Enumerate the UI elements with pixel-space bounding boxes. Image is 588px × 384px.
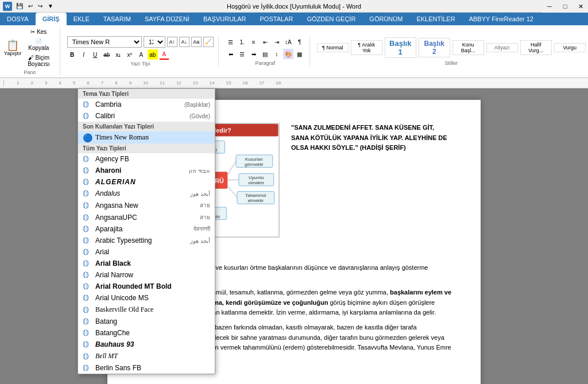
font-item-bell-mt[interactable]: 𝕆 Bell MT	[78, 350, 215, 362]
strikethrough-btn[interactable]: ab	[102, 49, 112, 60]
save-quick-btn[interactable]: 💾	[14, 2, 25, 10]
align-center-btn[interactable]: ☰	[237, 49, 247, 59]
font-size-select[interactable]: 12	[144, 36, 165, 48]
tab-abbyy[interactable]: ABBYY FineReader 12	[462, 13, 540, 25]
font-item-arial-narrow[interactable]: 𝕆 Arial Narrow	[78, 269, 215, 281]
font-item-batang[interactable]: 𝕆 Batang	[78, 316, 215, 327]
tab-dosya[interactable]: DOSYA	[0, 13, 36, 25]
bold-btn[interactable]: B	[67, 49, 78, 60]
style-no-spacing[interactable]: ¶ Aralık Yok	[351, 40, 382, 55]
tab-gozden-gecir[interactable]: GÖZDEN GEÇİR	[300, 13, 362, 25]
style-heading2[interactable]: Başlık 2	[419, 38, 450, 57]
font-icon-arial-black: 𝕆	[83, 259, 89, 268]
font-item-algerian[interactable]: 𝕆 ALGERIAN	[78, 176, 215, 188]
tab-postalar[interactable]: POSTALAR	[253, 13, 300, 25]
minimize-btn[interactable]: ─	[542, 0, 557, 13]
multilevel-btn[interactable]: ≡	[249, 37, 259, 47]
tab-tasarim[interactable]: TASARIM	[96, 13, 138, 25]
paragraph-bottom-row: ⬅ ☰ ➡ ▤ ↕ 🎨 ▦	[226, 49, 305, 59]
ruler: │ 1 2 3 4 5 6 7 8 9 10 11 12 13 14 15 16…	[0, 78, 588, 88]
sort-btn[interactable]: ↕A	[283, 37, 293, 47]
font-item-angsanaupc[interactable]: 𝕆 AngsanaUPC สาย	[78, 211, 215, 223]
decrease-indent-btn[interactable]: ⇤	[260, 37, 270, 47]
font-item-berlin-sans[interactable]: 𝕆 Berlin Sans FB	[78, 362, 215, 374]
paste-icon: 📋	[6, 40, 19, 51]
customize-quick-btn[interactable]: ▼	[46, 2, 55, 10]
style-altyazi[interactable]: Altyazı	[486, 43, 518, 52]
font-color-btn[interactable]: A	[159, 49, 169, 60]
style-konu-basi[interactable]: Konu Başl...	[452, 40, 484, 55]
font-name-aparajita: Aparajita	[95, 225, 122, 233]
italic-btn[interactable]: I	[79, 49, 89, 60]
font-dropdown[interactable]: Tema Yazı Tipleri 𝕆 Cambria (Başlıklar) …	[78, 88, 215, 374]
tab-ekle[interactable]: EKLE	[67, 13, 96, 25]
font-item-andalus[interactable]: 𝕆 Andalus آبجد هوز	[78, 188, 215, 199]
font-name-arial-black: Arial Black	[95, 259, 131, 267]
tab-giris[interactable]: GİRİŞ	[36, 13, 67, 25]
font-item-cambria[interactable]: 𝕆 Cambria (Başlıklar)	[78, 99, 215, 110]
style-heading1[interactable]: Başlık 1	[385, 37, 416, 58]
tab-sayfa-duzeni[interactable]: SAYFA DÜZENİ	[138, 13, 196, 25]
line-spacing-btn[interactable]: ↕	[272, 49, 282, 59]
font-item-aparajita[interactable]: 𝕆 Aparajita देवनागरी	[78, 223, 215, 235]
ribbon: 📋 Yapıştır ✂ Kes 📄 Kopyala 🖌 Biçim Boyac…	[0, 25, 588, 78]
font-icon-berlin: 𝕆	[83, 363, 89, 373]
text-effects-btn[interactable]: A	[136, 49, 146, 60]
font-preview-aharoni: אבוד הון	[189, 168, 210, 174]
font-name-andalus: Andalus	[95, 189, 120, 197]
font-item-baskerville[interactable]: 𝕆 Baskerville Old Face	[78, 304, 215, 316]
subscript-btn[interactable]: x₂	[113, 49, 123, 60]
redo-quick-btn[interactable]: ↪	[36, 2, 44, 10]
tab-gorunum[interactable]: GÖRÜNÜM	[362, 13, 409, 25]
window-title: Hoşgörü ve İyilik.docx [Uyumluluk Modu] …	[227, 3, 361, 10]
text-highlight-btn[interactable]: ab	[148, 49, 158, 60]
copy-button[interactable]: 📄 Kopyala	[22, 37, 55, 52]
font-item-batangche[interactable]: 𝕆 BatangChe	[78, 327, 215, 339]
superscript-btn[interactable]: x²	[125, 49, 135, 60]
style-normal[interactable]: ¶ Normal	[317, 43, 349, 52]
close-btn[interactable]: ✕	[573, 0, 588, 13]
font-family-select[interactable]: Times New R	[67, 36, 142, 48]
font-item-aharoni[interactable]: 𝕆 Aharoni אבוד הון	[78, 165, 215, 176]
font-item-arial[interactable]: 𝕆 Arial	[78, 246, 215, 258]
change-case-btn[interactable]: Aa	[191, 37, 202, 47]
tab-basvurular[interactable]: BAŞVURULAR	[196, 13, 253, 25]
align-right-btn[interactable]: ➡	[249, 49, 259, 59]
font-item-agency-fb[interactable]: 𝕆 Agency FB	[78, 153, 215, 165]
style-hafif-vurgu[interactable]: Hafif Vurg...	[520, 40, 552, 55]
svg-text:olmaktır: olmaktır	[248, 180, 264, 185]
font-item-arial-black[interactable]: 𝕆 Arial Black	[78, 258, 215, 269]
clear-format-btn[interactable]: 🧹	[203, 37, 214, 47]
shading-btn[interactable]: 🎨	[283, 49, 293, 59]
numbering-btn[interactable]: 1.	[237, 37, 247, 47]
increase-indent-btn[interactable]: ⇥	[272, 37, 282, 47]
font-icon-aparajita: 𝕆	[83, 224, 89, 234]
underline-btn[interactable]: U	[90, 49, 100, 60]
font-icon-andalus: 𝕆	[83, 189, 89, 198]
font-name-bauhaus: Bauhaus 93	[95, 340, 134, 348]
font-grow-btn[interactable]: A↑	[167, 37, 177, 47]
font-item-angasna-new[interactable]: 𝕆 Angasna New สาย	[78, 199, 215, 211]
font-item-calibri[interactable]: 𝕆 Calibri (Gövde)	[78, 110, 215, 122]
paste-button[interactable]: 📋 Yapıştır	[5, 39, 21, 57]
font-item-arial-unicode[interactable]: 𝕆 Arial Unicode MS	[78, 292, 215, 304]
font-preview-aparajita: देवनागरी	[194, 226, 210, 232]
font-item-arial-rounded[interactable]: 𝕆 Arial Rounded MT Bold	[78, 281, 215, 292]
justify-btn[interactable]: ▤	[260, 49, 270, 59]
font-item-arabic-typesetting[interactable]: 𝕆 Arabic Typesetting أبجد هوز	[78, 235, 215, 246]
maximize-btn[interactable]: □	[558, 0, 572, 13]
font-item-bauhaus[interactable]: 𝕆 Bauhaus 93	[78, 339, 215, 350]
style-vurgu[interactable]: Vurgu	[554, 43, 586, 52]
borders-btn[interactable]: ▦	[295, 49, 305, 59]
align-left-btn[interactable]: ⬅	[226, 49, 236, 59]
font-preview-angasna: สาย	[200, 201, 210, 210]
show-marks-btn[interactable]: ¶	[295, 37, 305, 47]
font-item-times-new-roman[interactable]: 🔵 Times New Roman	[78, 131, 215, 143]
format-painter-button[interactable]: 🖌 Biçim Boyacısı	[22, 53, 55, 68]
svg-text:görmektir: görmektir	[245, 162, 264, 167]
tab-eklentiler[interactable]: EKLENTİLER	[409, 13, 462, 25]
bullets-btn[interactable]: ☰	[226, 37, 236, 47]
undo-quick-btn[interactable]: ↩	[26, 2, 34, 10]
cut-button[interactable]: ✂ Kes	[22, 28, 55, 36]
font-shrink-btn[interactable]: A↓	[179, 37, 189, 47]
